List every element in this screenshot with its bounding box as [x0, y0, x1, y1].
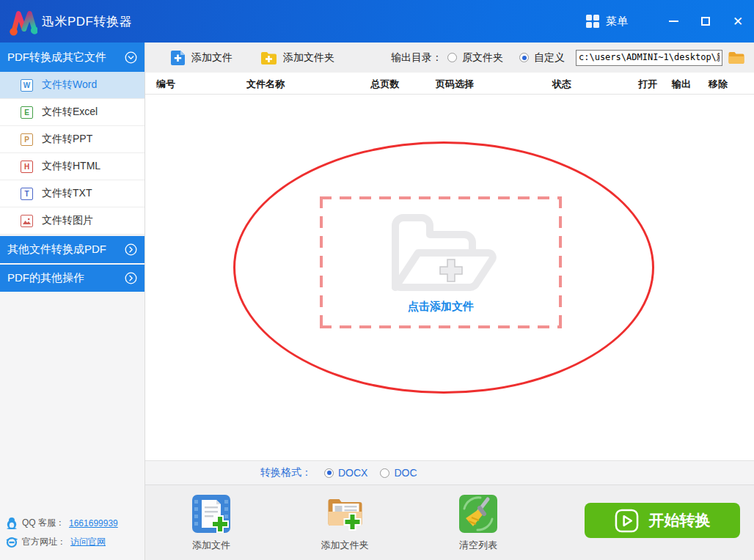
add-file-action[interactable]: 添加文件 — [191, 494, 231, 552]
format-bar: 转换格式： DOCX DOC — [145, 460, 754, 485]
radio-custom-folder-label[interactable]: 自定义 — [534, 51, 565, 65]
add-folder-big-icon — [325, 494, 365, 534]
sidebar-group-label: PDF的其他操作 — [7, 271, 84, 285]
qq-service-label: QQ 客服： — [22, 517, 65, 529]
output-path-input[interactable] — [576, 50, 722, 66]
radio-original-folder[interactable] — [447, 53, 457, 62]
close-icon: ✕ — [733, 15, 743, 28]
column-header-page-select: 页码选择 — [436, 78, 474, 91]
sidebar-item-label: 文件转图片 — [42, 214, 93, 227]
minimize-icon — [669, 21, 678, 22]
sidebar-group-other-to-pdf[interactable]: 其他文件转换成PDF — [0, 236, 144, 263]
sidebar-item-pdf-to-html[interactable]: H 文件转HTML — [0, 153, 144, 180]
close-button[interactable]: ✕ — [722, 0, 754, 43]
add-folder-action-label[interactable]: 添加文件夹 — [321, 539, 369, 552]
browse-folder-icon[interactable] — [728, 51, 745, 65]
app-title: 迅米PDF转换器 — [42, 13, 132, 30]
image-file-icon — [21, 215, 33, 227]
start-convert-button[interactable]: 开始转换 — [585, 503, 740, 538]
radio-original-folder-label[interactable]: 原文件夹 — [462, 51, 503, 65]
sidebar-item-label: 文件转PPT — [42, 133, 92, 146]
column-header-remove: 移除 — [709, 78, 728, 91]
file-table-header: 编号 文件名称 总页数 页码选择 状态 打开 输出 移除 — [145, 73, 754, 95]
minimize-button[interactable] — [657, 0, 689, 43]
file-list-area: 点击添加文件 — [145, 95, 754, 460]
column-header-output: 输出 — [672, 78, 691, 91]
sidebar-item-label: 文件转Word — [42, 78, 97, 92]
maximize-icon — [701, 17, 710, 26]
top-toolbar: 添加文件 添加文件夹 输出目录： 原文件夹 自定义 — [145, 43, 754, 73]
sidebar: PDF转换成其它文件 W 文件转Word E 文件转Excel P 文件转PPT… — [0, 43, 145, 560]
titlebar: 迅米PDF转换器 菜单 ✕ — [0, 0, 754, 43]
start-convert-label: 开始转换 — [649, 510, 711, 531]
app-logo-icon — [7, 6, 37, 37]
chevron-down-circle-icon — [125, 51, 137, 64]
chevron-right-circle-icon — [125, 243, 137, 256]
clear-list-action[interactable]: 清空列表 — [458, 494, 498, 552]
sidebar-item-pdf-to-word[interactable]: W 文件转Word — [0, 72, 144, 99]
radio-docx[interactable] — [324, 468, 334, 478]
sidebar-group-pdf-operations[interactable]: PDF的其他操作 — [0, 265, 144, 292]
add-folder-icon — [260, 51, 277, 65]
sidebar-group-pdf-to-other[interactable]: PDF转换成其它文件 — [0, 43, 144, 72]
column-header-filename: 文件名称 — [246, 78, 285, 91]
official-site-link[interactable]: 访问官网 — [70, 536, 106, 548]
radio-doc-label[interactable]: DOC — [394, 467, 417, 479]
clear-list-broom-icon — [458, 494, 498, 534]
sidebar-item-pdf-to-txt[interactable]: T 文件转TXT — [0, 180, 144, 207]
qq-number-link[interactable]: 1661699939 — [69, 518, 118, 528]
sidebar-group-label: PDF转换成其它文件 — [7, 51, 106, 65]
bottom-action-bar: 添加文件 添加文件夹 清空列表 开始转换 — [145, 485, 754, 560]
clear-list-action-label[interactable]: 清空列表 — [459, 539, 497, 552]
grid-menu-icon — [586, 15, 599, 28]
column-header-status: 状态 — [552, 78, 571, 91]
chevron-right-circle-icon — [125, 272, 137, 284]
menu-label: 菜单 — [606, 15, 628, 29]
add-file-big-icon — [191, 494, 231, 534]
contact-panel: QQ 客服： 1661699939 官方网址： 访问官网 — [6, 510, 118, 548]
column-header-number: 编号 — [156, 78, 175, 91]
radio-doc[interactable] — [380, 468, 389, 478]
ppt-file-icon: P — [21, 133, 33, 146]
add-file-label: 添加文件 — [191, 51, 233, 65]
column-header-open: 打开 — [638, 78, 657, 91]
column-header-total-pages: 总页数 — [371, 78, 400, 91]
sidebar-group-label: 其他文件转换成PDF — [7, 243, 106, 257]
official-site-label: 官方网址： — [22, 536, 66, 548]
format-label: 转换格式： — [260, 466, 312, 479]
html-file-icon: H — [21, 161, 33, 173]
qq-penguin-icon — [6, 517, 18, 529]
output-dir-label: 输出目录： — [391, 51, 442, 65]
add-folder-label: 添加文件夹 — [283, 51, 334, 65]
sidebar-item-pdf-to-excel[interactable]: E 文件转Excel — [0, 99, 144, 126]
excel-file-icon: E — [21, 106, 33, 119]
menu-button[interactable]: 菜单 — [586, 15, 628, 29]
word-file-icon: W — [21, 79, 33, 92]
add-file-button[interactable]: 添加文件 — [170, 50, 233, 66]
sidebar-item-pdf-to-image[interactable]: 文件转图片 — [0, 207, 144, 235]
ie-browser-icon — [6, 537, 18, 548]
format-option-doc[interactable]: DOC — [380, 467, 417, 479]
sidebar-item-label: 文件转HTML — [42, 160, 100, 173]
add-file-icon — [170, 50, 186, 66]
sidebar-item-label: 文件转TXT — [42, 187, 92, 200]
red-annotation-ellipse — [233, 141, 654, 394]
maximize-button[interactable] — [689, 0, 722, 43]
sidebar-item-label: 文件转Excel — [42, 106, 98, 119]
radio-custom-folder[interactable] — [519, 53, 529, 62]
sidebar-item-pdf-to-ppt[interactable]: P 文件转PPT — [0, 126, 144, 153]
add-folder-button[interactable]: 添加文件夹 — [260, 51, 334, 65]
play-icon — [615, 509, 639, 533]
add-file-action-label[interactable]: 添加文件 — [192, 539, 230, 552]
radio-docx-label[interactable]: DOCX — [338, 467, 367, 479]
txt-file-icon: T — [21, 188, 33, 200]
add-folder-action[interactable]: 添加文件夹 — [321, 494, 369, 552]
format-option-docx[interactable]: DOCX — [324, 467, 367, 479]
